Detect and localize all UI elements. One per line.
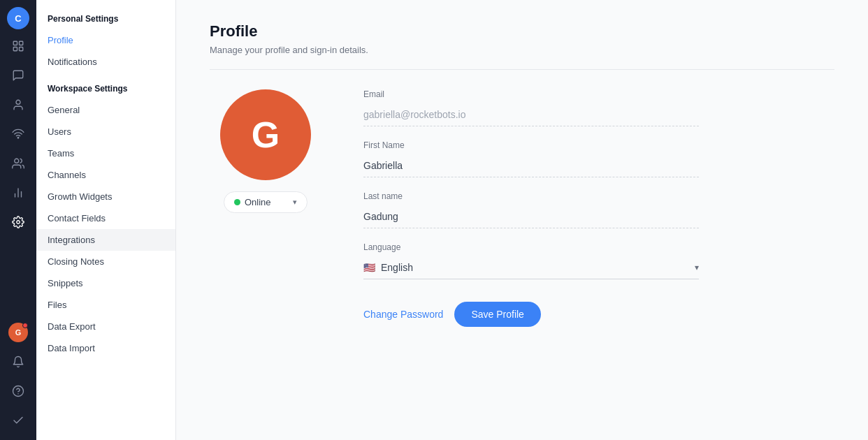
- sidebar-item-integrations[interactable]: Integrations: [36, 229, 175, 251]
- chat-icon[interactable]: [6, 63, 31, 88]
- page-subtitle: Manage your profile and sign-in details.: [210, 45, 834, 70]
- sidebar-item-teams[interactable]: Teams: [36, 142, 175, 164]
- form-actions: Change Password Save Profile: [363, 302, 699, 327]
- main-content: Profile Manage your profile and sign-in …: [176, 0, 868, 440]
- svg-point-10: [17, 221, 20, 224]
- top-avatar[interactable]: C: [7, 7, 29, 29]
- avatar-section: G Online ▾: [210, 89, 321, 213]
- sidebar-item-general[interactable]: General: [36, 99, 175, 121]
- nav-sidebar: Personal Settings Profile Notifications …: [36, 0, 176, 440]
- email-field: Email: [363, 89, 699, 126]
- svg-point-4: [16, 100, 20, 104]
- language-label: Language: [363, 242, 699, 252]
- form-section: Email First Name Last name Language 🇺🇸 E…: [363, 89, 699, 327]
- last-name-field: Last name: [363, 191, 699, 228]
- language-value: English: [381, 262, 413, 273]
- svg-point-6: [15, 159, 19, 163]
- chevron-down-icon: ▾: [293, 198, 297, 207]
- sidebar-item-contact-fields[interactable]: Contact Fields: [36, 207, 175, 229]
- svg-rect-1: [20, 41, 23, 45]
- status-label: Online: [245, 197, 271, 207]
- sidebar-item-snippets[interactable]: Snippets: [36, 272, 175, 294]
- sidebar-item-notifications[interactable]: Notifications: [36, 51, 175, 73]
- settings-icon[interactable]: [6, 210, 31, 235]
- sidebar-item-closing-notes[interactable]: Closing Notes: [36, 251, 175, 272]
- checkmark-icon[interactable]: [6, 408, 31, 433]
- personal-settings-title: Personal Settings: [36, 11, 175, 29]
- first-name-label: First Name: [363, 140, 699, 150]
- svg-rect-0: [13, 41, 17, 45]
- svg-point-11: [13, 386, 24, 397]
- first-name-input[interactable]: [363, 154, 699, 177]
- page-title: Profile: [210, 22, 834, 41]
- sidebar-item-profile[interactable]: Profile: [36, 29, 175, 51]
- workspace-settings-title: Workspace Settings: [36, 73, 175, 99]
- status-dot: [234, 199, 240, 205]
- team-icon[interactable]: [6, 151, 31, 176]
- sidebar-item-data-import[interactable]: Data Import: [36, 337, 175, 359]
- profile-section: G Online ▾ Email First Name Last name: [210, 89, 834, 327]
- language-flag: 🇺🇸: [363, 262, 375, 273]
- notification-dot: [22, 323, 28, 328]
- contacts-icon[interactable]: [6, 92, 31, 117]
- chevron-down-icon: ▾: [695, 263, 699, 272]
- chart-icon[interactable]: [6, 180, 31, 205]
- profile-avatar[interactable]: G: [220, 89, 311, 180]
- status-dropdown[interactable]: Online ▾: [224, 191, 308, 213]
- sidebar-item-growth-widgets[interactable]: Growth Widgets: [36, 186, 175, 207]
- first-name-field: First Name: [363, 140, 699, 177]
- bottom-icons: G: [6, 320, 31, 433]
- last-name-input[interactable]: [363, 205, 699, 228]
- icon-sidebar: C G: [0, 0, 36, 440]
- sidebar-item-data-export[interactable]: Data Export: [36, 316, 175, 337]
- bell-icon[interactable]: [6, 349, 31, 374]
- user-avatar-bottom[interactable]: G: [6, 320, 31, 345]
- last-name-label: Last name: [363, 191, 699, 201]
- language-dropdown[interactable]: 🇺🇸 English ▾: [363, 256, 699, 279]
- language-field: Language 🇺🇸 English ▾: [363, 242, 699, 279]
- email-input[interactable]: [363, 103, 699, 126]
- change-password-button[interactable]: Change Password: [363, 303, 443, 325]
- home-icon[interactable]: [6, 34, 31, 59]
- email-label: Email: [363, 89, 699, 99]
- sidebar-item-files[interactable]: Files: [36, 294, 175, 316]
- svg-rect-3: [20, 47, 23, 51]
- signal-icon[interactable]: [6, 122, 31, 147]
- svg-rect-2: [13, 47, 17, 51]
- svg-point-5: [17, 138, 19, 139]
- sidebar-item-channels[interactable]: Channels: [36, 164, 175, 186]
- help-icon[interactable]: [6, 379, 31, 404]
- language-left: 🇺🇸 English: [363, 262, 413, 273]
- sidebar-item-users[interactable]: Users: [36, 121, 175, 142]
- save-profile-button[interactable]: Save Profile: [454, 302, 540, 327]
